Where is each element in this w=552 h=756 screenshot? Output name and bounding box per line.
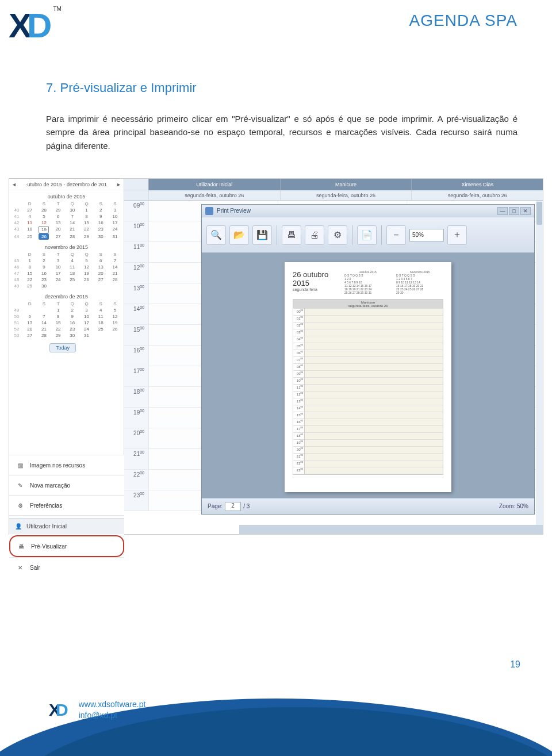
sidebar-actions: ▨Imagem nos recursos ✎Nova marcação ⚙Pre… <box>9 455 124 577</box>
date-range-label: ·utubro de 2015 - dezembro de 201 <box>26 182 107 187</box>
tb-open-icon[interactable]: 📂 <box>229 225 249 245</box>
page-number: 19 <box>510 659 520 670</box>
print-preview-window: Print Preview — □ ✕ 🔍 📂 💾 🖶 🖨 ⚙ 📄 − 50% … <box>201 204 535 515</box>
tb-quickprint-icon[interactable]: 🖨 <box>305 225 324 245</box>
preview-canvas[interactable]: 26 outubro 2015 segunda-feira outubro 20… <box>202 253 534 498</box>
preview-toolbar: 🔍 📂 💾 🖶 🖨 ⚙ 📄 − 50% ＋ <box>202 217 534 253</box>
resource-col-0[interactable]: Utilizador Inicial <box>148 179 280 190</box>
mini-calendar-dec[interactable]: dezembro de 2015 DSTQQSS 4912345 5067891… <box>9 290 124 340</box>
preview-titlebar[interactable]: Print Preview — □ ✕ <box>202 205 534 217</box>
vertical-scrollbar[interactable] <box>536 201 543 525</box>
footer-url: www.xdsoftware.pt <box>79 699 146 711</box>
page-current[interactable]: 2 <box>225 502 241 511</box>
gear-icon: ⚙ <box>15 500 25 511</box>
resource-col-1[interactable]: Manicure <box>280 179 412 190</box>
tb-export-icon[interactable]: 📄 <box>357 225 377 245</box>
zoom-value[interactable]: 50% <box>409 229 444 241</box>
nav-next-icon[interactable]: ► <box>116 182 121 187</box>
action-preferences[interactable]: ⚙Preferências <box>9 495 124 515</box>
preview-page: 26 outubro 2015 segunda-feira outubro 20… <box>285 262 451 492</box>
tb-zoomin-icon[interactable]: ＋ <box>447 225 467 245</box>
tb-print-icon[interactable]: 🖶 <box>282 225 301 245</box>
footer-logo-block: XD www.xdsoftware.pt info@xd.pt <box>49 699 145 722</box>
footer-wave <box>0 687 552 756</box>
resource-header: Utilizador Inicial Manicure Ximenes Dias <box>124 179 543 190</box>
preview-body: Manicuresegunda-feira, outubro 26 000001… <box>293 299 443 475</box>
close-button[interactable]: ✕ <box>520 207 531 215</box>
page-label: Page: <box>208 503 223 509</box>
mini-calendar-oct[interactable]: outubro de 2015 DSTQQSS 4027282930123 41… <box>9 190 124 241</box>
action-exit[interactable]: ✕Sair <box>9 557 124 577</box>
nav-prev-icon[interactable]: ◄ <box>12 182 17 187</box>
footer-email: info@xd.pt <box>79 710 146 722</box>
preview-statusbar: Page: 2 / 3 Zoom: 50% <box>202 498 534 514</box>
preview-minical-nov: novembro 2015 D S T Q Q S S1 2 3 4 5 6 7… <box>396 270 443 294</box>
status-strip <box>239 525 543 534</box>
current-user-bar[interactable]: 👤 Utilizador Inicial <box>9 518 124 534</box>
date-navigator: ◄ ·utubro de 2015 - dezembro de 201 ► ou… <box>9 179 124 455</box>
maximize-button[interactable]: □ <box>509 207 519 215</box>
user-icon: 👤 <box>15 523 22 529</box>
mini-calendar-nov[interactable]: novembro de 2015 DSTQQSS 451234567 46891… <box>9 241 124 290</box>
pencil-icon: ✎ <box>15 480 25 490</box>
action-images[interactable]: ▨Imagem nos recursos <box>9 455 124 475</box>
preview-minical-oct: outubro 2015 D S T Q Q S S1 2 34 5 6 7 8… <box>344 270 392 294</box>
printer-icon: 🖶 <box>16 541 26 551</box>
minimize-button[interactable]: — <box>497 207 508 215</box>
section-heading: 7. Pré-visualizar e Imprimir <box>46 80 197 95</box>
page-title: AGENDA SPA <box>409 11 518 30</box>
tb-zoomout-icon[interactable]: − <box>386 225 406 245</box>
tb-search-icon[interactable]: 🔍 <box>206 225 226 245</box>
section-body: Para imprimir é necessário primeiro clic… <box>46 112 518 152</box>
brand-logo: XDTM <box>9 6 89 52</box>
tb-save-icon[interactable]: 💾 <box>252 225 272 245</box>
today-button[interactable]: Today <box>49 343 76 352</box>
zoom-status: Zoom: 50% <box>499 503 528 509</box>
tb-pagesetup-icon[interactable]: ⚙ <box>328 225 347 245</box>
image-icon: ▨ <box>15 460 25 470</box>
resource-col-2[interactable]: Ximenes Dias <box>411 179 543 190</box>
action-new-booking[interactable]: ✎Nova marcação <box>9 475 124 495</box>
exit-icon: ✕ <box>15 562 25 573</box>
page-total: / 3 <box>243 503 250 509</box>
preview-app-icon <box>205 207 213 215</box>
preview-title-text: Print Preview <box>217 208 251 214</box>
action-print-preview[interactable]: 🖶Pré-Visualizar <box>9 535 124 557</box>
